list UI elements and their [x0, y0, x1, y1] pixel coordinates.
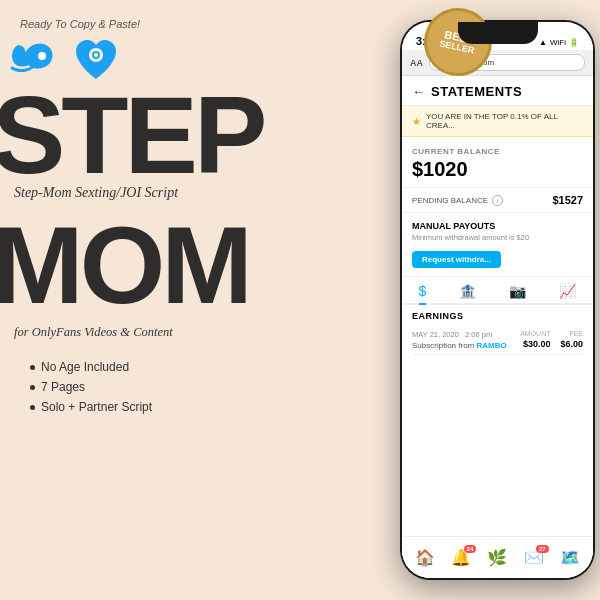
browser-aa: AA [410, 58, 423, 68]
pending-balance-section: PENDING BALANCE i $1527 [402, 188, 593, 213]
amount-column: AMOUNT $30.00 [520, 330, 550, 349]
bullet-1: No Age Included [30, 360, 152, 374]
info-icon[interactable]: i [492, 195, 503, 206]
earnings-title: EARNINGS [412, 311, 583, 321]
message-badge: 27 [536, 545, 549, 553]
earning-date: MAY 21, 2020 2:06 pm [412, 330, 507, 339]
bottom-nav-bell[interactable]: 🔔 24 [451, 548, 471, 567]
earning-description: Subscription from RAMBO [412, 341, 507, 350]
earnings-row: MAY 21, 2020 2:06 pm Subscription from R… [412, 326, 583, 355]
pending-label: PENDING BALANCE [412, 196, 488, 205]
pending-amount: $1527 [552, 194, 583, 206]
bottom-nav: 🏠 🔔 24 🌿 ✉️ 27 🗺️ [402, 536, 593, 578]
app-content: ← STATEMENTS ★ YOU ARE IN THE TOP 0.1% O… [402, 76, 593, 578]
withdraw-button[interactable]: Request withdra... [412, 251, 501, 268]
bullet-2: 7 Pages [30, 380, 152, 394]
current-balance-section: CURRENT BALANCE $1020 [402, 137, 593, 188]
ready-label: Ready To Copy & Paste! [20, 18, 140, 30]
bullets-list: No Age Included 7 Pages Solo + Partner S… [30, 360, 152, 420]
status-icons: ▲ WiFi 🔋 [539, 38, 579, 47]
nav-tab-bank[interactable]: 🏦 [459, 283, 476, 299]
manual-payouts-sub: Minimum withdrawal amount is $20 [412, 233, 583, 242]
fee-column: FEE $6.00 [560, 330, 583, 349]
nav-tab-dollar[interactable]: $ [419, 283, 427, 305]
phone-notch [458, 22, 538, 44]
banner-text: YOU ARE IN THE TOP 0.1% OF ALL CREA... [426, 112, 583, 130]
statements-title: STATEMENTS [431, 84, 522, 99]
big-text-step: STEP [0, 80, 263, 190]
phone-mockup: 3:44 ▲ WiFi 🔋 AA 🔒 onlyfans.com [400, 20, 595, 580]
svg-point-0 [38, 52, 46, 60]
bottom-nav-home[interactable]: 🏠 [415, 548, 435, 567]
earnings-section: EARNINGS MAY 21, 2020 2:06 pm Subscripti… [402, 305, 593, 361]
notification-badge: 24 [464, 545, 477, 553]
top-banner: ★ YOU ARE IN THE TOP 0.1% OF ALL CREA... [402, 106, 593, 137]
bottom-nav-map[interactable]: 🗺️ [560, 548, 580, 567]
big-text-mom: MOM [0, 210, 249, 320]
back-arrow-icon[interactable]: ← [412, 84, 425, 99]
bullet-3: Solo + Partner Script [30, 400, 152, 414]
bottom-nav-msg[interactable]: ✉️ 27 [524, 548, 544, 567]
nav-tabs: $ 🏦 📷 📈 [402, 277, 593, 305]
star-icon: ★ [412, 116, 421, 127]
balance-label: CURRENT BALANCE [412, 147, 583, 156]
nav-tab-camera[interactable]: 📷 [509, 283, 526, 299]
nav-tab-chart[interactable]: 📈 [559, 283, 576, 299]
onlyfans-text: for OnlyFans Videos & Content [14, 325, 173, 340]
balance-amount: $1020 [412, 158, 583, 181]
manual-payouts-section: MANUAL PAYOUTS Minimum withdrawal amount… [402, 213, 593, 277]
manual-payouts-title: MANUAL PAYOUTS [412, 221, 583, 231]
app-header: ← STATEMENTS [402, 76, 593, 106]
svg-point-3 [94, 53, 98, 57]
subtitle-text: Step-Mom Sexting/JOI Script [14, 185, 178, 201]
bottom-nav-leaf[interactable]: 🌿 [487, 548, 507, 567]
